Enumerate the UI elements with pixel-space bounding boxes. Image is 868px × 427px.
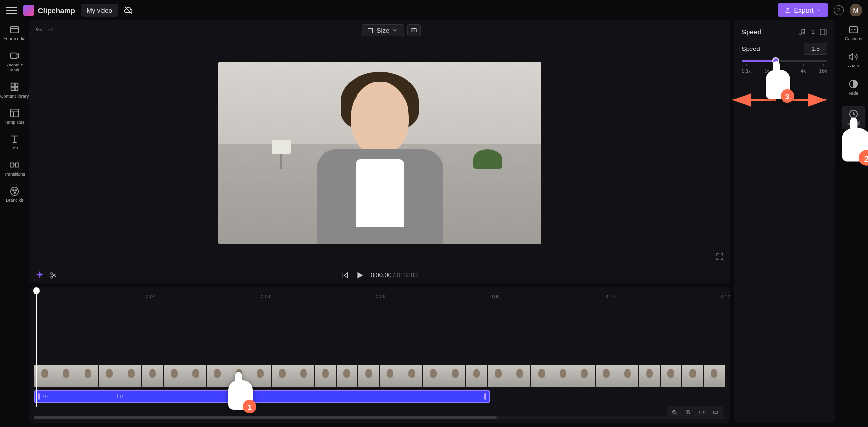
export-label: Export: [794, 6, 814, 14]
svg-rect-5: [15, 87, 18, 90]
svg-rect-0: [11, 27, 19, 33]
sidebar-captions[interactable]: Captions: [845, 24, 862, 42]
speed-slider-thumb[interactable]: [772, 57, 779, 64]
video-preview[interactable]: [29, 40, 730, 266]
svg-rect-13: [411, 29, 417, 32]
svg-point-9: [11, 187, 19, 196]
split-button[interactable]: [50, 271, 57, 279]
sidebar-fade[interactable]: Fade: [848, 79, 859, 96]
timeline-ruler[interactable]: 0:02 0:04 0:06 0:08 0:10 0:12: [36, 291, 725, 341]
right-sidebar: Captions Audio Fade Speed 2: [839, 20, 868, 427]
playhead[interactable]: [36, 289, 37, 407]
app-logo[interactable]: Clipchamp: [23, 5, 75, 16]
zoom-out-button[interactable]: [669, 408, 681, 417]
time-display: 0:00.00 / 0:12.83: [371, 271, 418, 279]
svg-rect-18: [713, 411, 717, 414]
speed-marks: 0.1x 1x 2x 4x 16x: [742, 68, 827, 74]
sidebar-brand-kit[interactable]: Brand kit: [6, 186, 23, 203]
cloud-sync-icon[interactable]: [124, 6, 133, 15]
sidebar-text[interactable]: Text: [9, 133, 20, 151]
speed-panel: Speed 1 Speed 0.1x 1x 2x 4x 16x: [734, 20, 835, 423]
svg-point-19: [800, 33, 801, 35]
timeline-scrollbar[interactable]: [34, 416, 725, 419]
menu-button[interactable]: [6, 4, 17, 16]
panel-title: Speed: [742, 28, 761, 36]
help-button[interactable]: ?: [834, 5, 844, 15]
undo-button[interactable]: [35, 26, 43, 34]
skip-back-button[interactable]: [341, 271, 349, 279]
svg-rect-3: [15, 83, 18, 86]
svg-rect-4: [11, 87, 14, 90]
export-button[interactable]: Export: [778, 3, 828, 17]
zoom-fit-button[interactable]: [696, 408, 708, 417]
svg-point-20: [803, 33, 805, 34]
sidebar-content-library[interactable]: Content library: [0, 82, 29, 99]
crop-button[interactable]: Size: [362, 24, 404, 36]
svg-point-15: [51, 276, 52, 278]
svg-rect-6: [11, 109, 19, 117]
tutorial-arrows: [732, 93, 827, 107]
svg-rect-2: [11, 83, 14, 86]
app-name: Clipchamp: [38, 6, 75, 15]
video-canvas: [218, 62, 541, 244]
svg-rect-7: [10, 163, 14, 167]
clip-handle-right[interactable]: [484, 393, 486, 400]
svg-rect-22: [850, 27, 858, 33]
left-sidebar: Your media Record & create Content libra…: [0, 20, 29, 427]
detach-panel-button[interactable]: [819, 28, 827, 36]
logo-mark-icon: [23, 5, 34, 16]
svg-rect-1: [11, 53, 17, 58]
timeline[interactable]: 0:02 0:04 0:06 0:08 0:10 0:12: [29, 287, 730, 423]
aspect-ratio-button[interactable]: [407, 24, 421, 36]
svg-point-14: [51, 272, 52, 274]
zoom-in-button[interactable]: [682, 408, 694, 417]
sidebar-your-media[interactable]: Your media: [3, 24, 25, 42]
music-note-icon: [799, 28, 806, 36]
svg-point-10: [13, 190, 14, 191]
sidebar-record-create[interactable]: Record & create: [0, 50, 29, 73]
sidebar-speed[interactable]: Speed: [842, 106, 865, 129]
svg-rect-8: [16, 163, 19, 167]
user-avatar[interactable]: M: [850, 4, 862, 16]
clip-handle-left[interactable]: [38, 393, 40, 400]
svg-point-12: [14, 192, 16, 194]
redo-button[interactable]: [47, 26, 54, 34]
tutorial-marker-2: 2: [844, 130, 868, 159]
zoom-expand-button[interactable]: [710, 408, 721, 417]
speed-label: Speed: [742, 45, 760, 52]
sidebar-audio[interactable]: Audio: [848, 51, 859, 69]
track-count-badge: 1: [811, 29, 815, 35]
video-track-clip[interactable]: [34, 365, 725, 387]
audio-track-clip[interactable]: [34, 390, 490, 403]
play-button[interactable]: [356, 271, 364, 279]
speed-slider[interactable]: [742, 60, 827, 62]
fullscreen-button[interactable]: [715, 252, 724, 261]
sidebar-templates[interactable]: Templates: [4, 108, 24, 125]
svg-rect-21: [820, 29, 826, 35]
top-bar: Clipchamp My video Export ? M: [0, 0, 868, 20]
speed-value-input[interactable]: [804, 43, 827, 55]
svg-point-11: [15, 190, 17, 191]
video-title-input[interactable]: My video: [81, 4, 118, 17]
auto-enhance-button[interactable]: [36, 271, 44, 279]
sidebar-transitions[interactable]: Transitions: [4, 160, 25, 177]
